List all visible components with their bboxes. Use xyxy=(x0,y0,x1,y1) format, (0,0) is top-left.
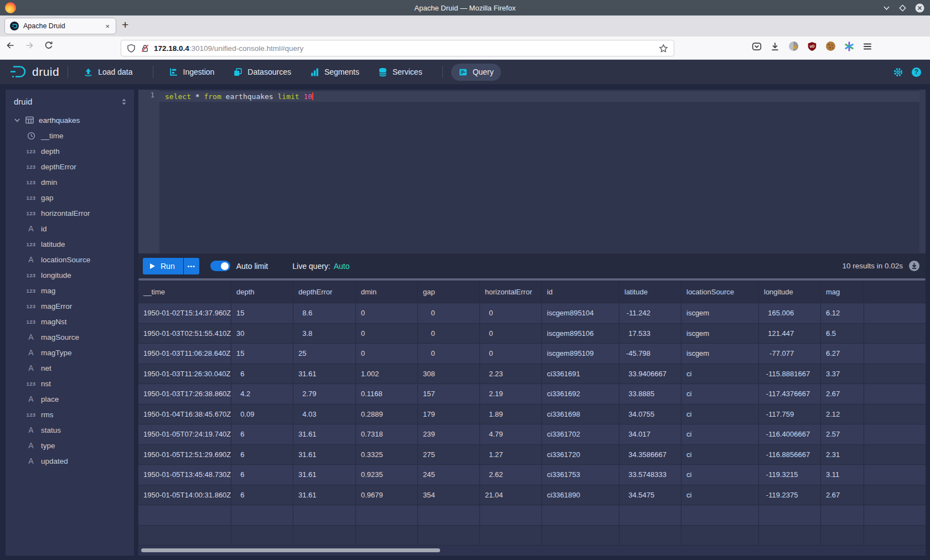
table-cell[interactable]: 1950-01-03T11:06:28.640Z xyxy=(138,344,231,364)
table-cell[interactable]: 2.67 xyxy=(821,485,864,506)
column-header-__time[interactable]: __time xyxy=(138,281,231,303)
table-cell[interactable]: ci xyxy=(681,424,759,445)
asterisk-extension-icon[interactable] xyxy=(844,42,854,51)
bookmark-star-icon[interactable] xyxy=(659,44,668,53)
schema-table-earthquakes[interactable]: earthquakes xyxy=(6,112,134,128)
table-cell[interactable]: iscgem xyxy=(681,303,759,324)
schema-column-status[interactable]: Astatus xyxy=(6,422,134,438)
table-cell[interactable]: 4.03 xyxy=(293,405,356,425)
table-cell[interactable]: 31.61 xyxy=(293,424,356,445)
table-cell[interactable]: 165.006 xyxy=(759,303,821,324)
back-icon[interactable] xyxy=(6,41,15,50)
table-cell[interactable]: 3.11 xyxy=(821,465,864,485)
pocket-icon[interactable] xyxy=(752,42,762,51)
forward-icon[interactable] xyxy=(25,41,34,50)
table-cell[interactable]: 0.3325 xyxy=(356,445,418,465)
schema-column-depth[interactable]: 123depth xyxy=(6,143,134,159)
table-cell[interactable]: 31.61 xyxy=(293,445,356,465)
nav-item-datasources[interactable]: Datasources xyxy=(226,64,298,81)
table-cell[interactable]: 33.8885 xyxy=(619,384,681,405)
table-cell[interactable]: iscgem895109 xyxy=(542,344,619,364)
chevron-down-icon[interactable] xyxy=(14,117,20,123)
table-cell[interactable]: 0 xyxy=(480,324,542,344)
schema-column-horizontalError[interactable]: 123horizontalError xyxy=(6,205,134,221)
panel-splitter[interactable] xyxy=(138,278,926,281)
nav-item-query[interactable]: Query xyxy=(451,64,501,81)
table-cell[interactable]: 31.61 xyxy=(293,465,356,485)
nav-item-load-data[interactable]: Load data xyxy=(76,64,140,81)
column-header-longitude[interactable]: longitude xyxy=(759,281,821,303)
table-cell[interactable]: -45.798 xyxy=(619,344,681,364)
schema-column-gap[interactable]: 123gap xyxy=(6,190,134,205)
table-cell[interactable]: ci xyxy=(681,405,759,425)
table-cell[interactable]: 0.1168 xyxy=(356,384,418,405)
table-cell[interactable]: 0 xyxy=(356,303,418,324)
table-cell[interactable]: 8.6 xyxy=(293,303,356,324)
schema-column-magError[interactable]: 123magError xyxy=(6,298,134,314)
tab-apache-druid[interactable]: Apache Druid × xyxy=(4,18,116,34)
table-cell[interactable]: 4.2 xyxy=(231,384,293,405)
auto-limit-toggle[interactable] xyxy=(210,261,230,271)
column-header-id[interactable]: id xyxy=(542,281,619,303)
nav-item-services[interactable]: Services xyxy=(371,64,430,81)
table-cell[interactable]: 3.37 xyxy=(821,364,864,385)
table-cell[interactable]: 21.04 xyxy=(480,485,542,506)
table-cell[interactable]: 0 xyxy=(480,303,542,324)
table-cell[interactable]: -116.8856667 xyxy=(759,445,821,465)
table-cell[interactable]: -117.759 xyxy=(759,405,821,425)
table-cell[interactable]: ci3361692 xyxy=(542,384,619,405)
table-cell[interactable]: 0 xyxy=(418,303,480,324)
table-cell[interactable]: -116.4006667 xyxy=(759,424,821,445)
table-cell[interactable]: 0.2889 xyxy=(356,405,418,425)
schema-column-magSource[interactable]: AmagSource xyxy=(6,329,134,345)
table-cell[interactable]: 0.9235 xyxy=(356,465,418,485)
schema-column-place[interactable]: Aplace xyxy=(6,391,134,407)
table-cell[interactable]: ci xyxy=(681,364,759,385)
table-cell[interactable]: 6 xyxy=(231,465,293,485)
table-cell[interactable]: 239 xyxy=(418,424,480,445)
table-cell[interactable]: 1950-01-05T07:24:19.740Z xyxy=(138,424,231,445)
table-cell[interactable]: 17.533 xyxy=(619,324,681,344)
table-cell[interactable]: 4.79 xyxy=(480,424,542,445)
table-cell[interactable]: 179 xyxy=(418,405,480,425)
table-cell[interactable]: 2.12 xyxy=(821,405,864,425)
table-cell[interactable]: 1950-01-03T02:51:55.410Z xyxy=(138,324,231,344)
table-cell[interactable]: 275 xyxy=(418,445,480,465)
table-cell[interactable]: ci3361702 xyxy=(542,424,619,445)
download-icon[interactable] xyxy=(770,42,780,51)
table-cell[interactable]: 1.27 xyxy=(480,445,542,465)
table-cell[interactable]: 0 xyxy=(356,344,418,364)
table-cell[interactable]: 33.5748333 xyxy=(619,465,681,485)
table-cell[interactable]: 6.12 xyxy=(821,303,864,324)
table-cell[interactable]: 121.447 xyxy=(759,324,821,344)
schema-column-type[interactable]: Atype xyxy=(6,438,134,453)
table-cell[interactable]: 33.9406667 xyxy=(619,364,681,385)
lock-disabled-icon[interactable] xyxy=(141,44,149,53)
table-cell[interactable]: -11.242 xyxy=(619,303,681,324)
table-cell[interactable]: 1950-01-05T12:51:29.690Z xyxy=(138,445,231,465)
schema-column-longitude[interactable]: 123longitude xyxy=(6,267,134,283)
table-cell[interactable]: -77.077 xyxy=(759,344,821,364)
table-cell[interactable]: 6 xyxy=(231,424,293,445)
schema-column-updated[interactable]: Aupdated xyxy=(6,453,134,469)
table-cell[interactable]: iscgem895106 xyxy=(542,324,619,344)
table-cell[interactable]: 1950-01-02T15:14:37.960Z xyxy=(138,303,231,324)
table-cell[interactable]: 245 xyxy=(418,465,480,485)
column-header-depth[interactable]: depth xyxy=(231,281,293,303)
table-cell[interactable]: ci3361720 xyxy=(542,445,619,465)
table-cell[interactable]: 30 xyxy=(231,324,293,344)
column-header-locationSource[interactable]: locationSource xyxy=(681,281,759,303)
table-cell[interactable]: -119.3215 xyxy=(759,465,821,485)
table-cell[interactable]: 1950-01-05T14:00:31.860Z xyxy=(138,485,231,506)
schema-column-magNst[interactable]: 123magNst xyxy=(6,314,134,329)
url-bar[interactable]: 172.18.0.4:30109/unified-console.html#qu… xyxy=(121,40,674,56)
table-cell[interactable]: 1950-01-04T16:38:45.670Z xyxy=(138,405,231,425)
live-query-value[interactable]: Auto xyxy=(334,262,350,271)
table-cell[interactable]: 1.002 xyxy=(356,364,418,385)
table-cell[interactable]: 6.5 xyxy=(821,324,864,344)
schema-column-locationSource[interactable]: AlocationSource xyxy=(6,252,134,267)
maximize-icon[interactable] xyxy=(899,4,906,12)
table-cell[interactable]: ci3361691 xyxy=(542,364,619,385)
table-cell[interactable]: iscgem xyxy=(681,324,759,344)
table-cell[interactable]: 1.89 xyxy=(480,405,542,425)
